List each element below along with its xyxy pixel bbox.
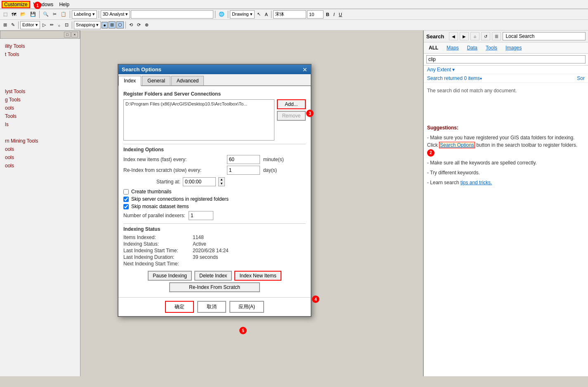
snap-btn2[interactable]: ⊞: [109, 21, 116, 28]
status-grid: Items Indexed: 1148 Indexing Status: Act…: [123, 235, 306, 267]
search-menu-btn[interactable]: ☰: [492, 32, 501, 40]
add-folder-btn[interactable]: Add...: [277, 99, 306, 109]
slow-index-unit: day(s): [263, 167, 306, 173]
toolbar-icon-7[interactable]: 📋: [59, 11, 68, 18]
menu-windows[interactable]: Windows: [31, 1, 56, 8]
search-tabs: ALL Maps Data Tools Images: [424, 42, 588, 54]
left-panel: □ × ility Tools t Tools lyst Tools g Too…: [0, 30, 80, 376]
menu-customize[interactable]: Customize: [2, 1, 30, 8]
bold-btn[interactable]: B: [324, 11, 331, 18]
tb2-btn1[interactable]: ⊞: [2, 21, 9, 28]
search-options-link[interactable]: Search Options: [439, 142, 475, 148]
search-extent[interactable]: Any Extent ▾: [424, 66, 588, 74]
sidebar-item-2[interactable]: lyst Tools: [3, 87, 77, 96]
sidebar-item-3[interactable]: g Tools: [3, 96, 77, 104]
search-location-bar[interactable]: Local Search: [503, 32, 586, 40]
search-input[interactable]: [426, 55, 586, 63]
analyst-input[interactable]: [131, 10, 213, 19]
reindex-btn[interactable]: Re-Index From Scratch: [169, 282, 260, 292]
panel-restore-btn[interactable]: □: [64, 32, 71, 38]
sidebar-item-1[interactable]: t Tools: [3, 50, 77, 59]
time-spin-up[interactable]: ▲: [219, 178, 224, 182]
apply-btn[interactable]: 应用(A): [229, 301, 264, 313]
tb2-btn4[interactable]: ✏: [48, 21, 55, 28]
toolbar-icon-4[interactable]: 💾: [28, 11, 38, 18]
sidebar-item-10[interactable]: ools: [3, 162, 77, 170]
snapping-dropdown[interactable]: Snapping ▾: [74, 21, 101, 29]
pause-indexing-btn[interactable]: Pause Indexing: [148, 271, 192, 281]
fontsize-dropdown[interactable]: 10: [307, 10, 324, 19]
search-forward-btn[interactable]: ▶: [460, 32, 469, 40]
tab-tools[interactable]: Tools: [484, 44, 499, 52]
snap-btn3[interactable]: ⬡: [116, 21, 124, 28]
search-results-count[interactable]: Search returned 0 items: [427, 75, 480, 81]
sidebar-item-6[interactable]: ls: [3, 120, 77, 129]
toolbar-icon-5[interactable]: 🔍: [41, 11, 50, 18]
search-home-btn[interactable]: ⌂: [470, 32, 479, 40]
left-panel-content: ility Tools t Tools lyst Tools g Tools o…: [0, 39, 80, 376]
ok-btn[interactable]: 确定: [165, 301, 194, 313]
tb2-btn5[interactable]: ⬦: [56, 22, 62, 28]
slow-index-input[interactable]: [227, 166, 260, 175]
tb2-btn6[interactable]: ⊡: [63, 21, 70, 28]
cb-skip-mosaic[interactable]: [123, 204, 129, 209]
menu-help[interactable]: Help: [57, 1, 72, 8]
sidebar-item-9[interactable]: ools: [3, 153, 77, 162]
toolbar-icon-1[interactable]: ⬚: [2, 11, 9, 18]
search-back-btn[interactable]: ◀: [449, 32, 458, 40]
cancel-btn[interactable]: 取消: [197, 301, 226, 313]
tb2-misc3[interactable]: ⊕: [143, 21, 150, 28]
toolbar-cursor[interactable]: ↖: [255, 11, 262, 18]
labeling-dropdown[interactable]: Labeling ▾: [72, 10, 97, 19]
cb-thumbnails[interactable]: [123, 189, 129, 195]
toolbar-icon-2[interactable]: 🗺: [10, 11, 18, 18]
results-dropdown-icon[interactable]: ▾: [480, 76, 482, 81]
cb1-row: Create thumbnails: [123, 189, 306, 195]
time-spin-down[interactable]: ▼: [219, 182, 224, 186]
dialog-tab-index[interactable]: Index: [118, 76, 141, 86]
toolbar-globe[interactable]: 🌐: [217, 11, 226, 18]
cb3-row: Skip mosaic dataset items: [123, 204, 306, 209]
index-new-items-btn[interactable]: Index New Items: [234, 271, 281, 281]
underline-btn[interactable]: U: [337, 11, 344, 18]
bottom-btns-row2: Re-Index From Scratch: [123, 282, 306, 292]
start-time-input[interactable]: [183, 177, 216, 186]
tab-all[interactable]: ALL: [427, 44, 440, 52]
tab-images[interactable]: Images: [504, 44, 523, 52]
parallel-label: Number of parallel indexers:: [123, 213, 185, 218]
tab-maps[interactable]: Maps: [445, 44, 460, 52]
tb2-btn2[interactable]: ✎: [9, 21, 17, 28]
sidebar-item-8[interactable]: ools: [3, 145, 77, 153]
dialog-actions: 确定 取消 应用(A): [118, 297, 311, 316]
sort-link[interactable]: Sor: [577, 75, 585, 81]
sidebar-item-7[interactable]: rn Mining Tools: [3, 137, 77, 145]
tb2-btn3[interactable]: ▷: [41, 21, 47, 28]
toolbar-icon-6[interactable]: ✂: [51, 11, 58, 18]
remove-folder-btn[interactable]: Remove: [277, 111, 306, 121]
parallel-input[interactable]: [189, 211, 213, 220]
drawing-dropdown[interactable]: Drawing ▾: [230, 10, 254, 19]
toolbar-A[interactable]: A: [263, 11, 269, 18]
fast-index-input[interactable]: [227, 155, 260, 164]
dialog-tab-advanced[interactable]: Advanced: [171, 76, 204, 85]
dialog-tab-general[interactable]: General: [142, 76, 170, 85]
panel-close-btn[interactable]: ×: [71, 32, 78, 38]
editor-dropdown[interactable]: Editor ▾: [20, 21, 40, 29]
tips-tricks-link[interactable]: tips and tricks.: [460, 180, 492, 185]
snap-btn1[interactable]: ●: [102, 22, 108, 28]
tab-data[interactable]: Data: [465, 44, 479, 52]
toolbar-icon-3[interactable]: 📂: [19, 11, 28, 18]
dialog-close-btn[interactable]: ✕: [302, 67, 307, 73]
cb1-label: Create thumbnails: [131, 189, 171, 195]
font-dropdown[interactable]: 宋体: [273, 10, 306, 19]
tb2-misc2[interactable]: ⟳: [135, 21, 142, 28]
delete-index-btn[interactable]: Delete Index: [194, 271, 232, 281]
tb2-misc1[interactable]: ⟲: [128, 21, 135, 28]
analyst-dropdown[interactable]: 3D Analyst ▾: [101, 10, 130, 19]
italic-btn[interactable]: I: [332, 11, 336, 18]
sidebar-item-4[interactable]: ools: [3, 104, 77, 112]
sidebar-item-5[interactable]: Tools: [3, 112, 77, 120]
search-refresh-btn[interactable]: ↺: [481, 32, 490, 40]
sidebar-item-0[interactable]: ility Tools: [3, 42, 77, 50]
cb-skip-server[interactable]: [123, 197, 129, 202]
